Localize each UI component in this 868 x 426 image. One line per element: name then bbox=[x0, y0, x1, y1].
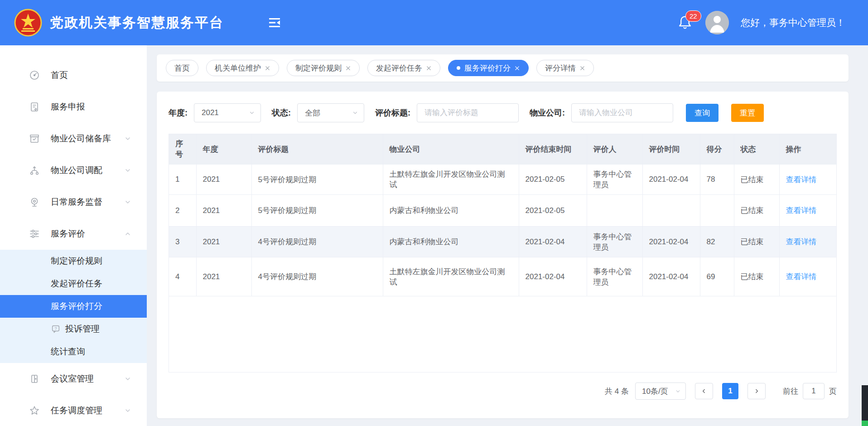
sidebar-item-label: 物业公司储备库 bbox=[51, 133, 124, 145]
meeting-room-icon bbox=[29, 373, 40, 384]
chevron-down-icon bbox=[124, 167, 131, 174]
question-bubble-icon: ? bbox=[51, 324, 61, 334]
sidebar-subitem-launch-task[interactable]: 发起评价任务 bbox=[0, 272, 147, 295]
page-number-current[interactable]: 1 bbox=[722, 383, 738, 399]
cell-year: 2021 bbox=[196, 165, 251, 195]
next-page-button[interactable] bbox=[747, 383, 766, 399]
sidebar-item-label: 日常服务监督 bbox=[51, 196, 124, 208]
close-icon[interactable] bbox=[346, 65, 351, 71]
sidebar-subitem-evaluation-scoring[interactable]: 服务评价打分 bbox=[0, 295, 147, 318]
sidebar: 首页 服务申报 物业公司储备库 物业公司调配 bbox=[0, 45, 147, 426]
chevron-down-icon bbox=[124, 198, 131, 206]
sidebar-item-property-allocation[interactable]: 物业公司调配 bbox=[0, 155, 147, 186]
col-header-evaluator: 评价人 bbox=[587, 134, 642, 165]
cell-company: 内蒙古和利物业公司 bbox=[383, 227, 519, 257]
sliders-icon bbox=[29, 228, 40, 239]
close-icon[interactable] bbox=[515, 65, 520, 71]
tab-service-evaluation-scoring[interactable]: 服务评价打分 bbox=[448, 60, 529, 76]
tab-label: 发起评价任务 bbox=[376, 63, 422, 73]
cell-company: 土默特左旗金川开发区物业公司测试 bbox=[383, 257, 519, 296]
status-select[interactable]: 全部 bbox=[297, 103, 364, 122]
prev-page-button[interactable] bbox=[695, 383, 713, 399]
sidebar-item-home[interactable]: 首页 bbox=[0, 59, 147, 91]
cell-evaluator: 事务中心管理员 bbox=[587, 165, 642, 195]
chevron-down-icon bbox=[124, 407, 131, 414]
view-details-link[interactable]: 查看详情 bbox=[786, 272, 817, 281]
dashboard-icon bbox=[29, 70, 40, 81]
status-select-value: 全部 bbox=[305, 108, 320, 118]
sidebar-subitem-make-rules[interactable]: 制定评价规则 bbox=[0, 250, 147, 272]
close-icon[interactable] bbox=[580, 65, 585, 71]
sidebar-subitem-label: 统计查询 bbox=[51, 346, 85, 358]
table-row: 2 2021 5号评价规则过期 内蒙古和利物业公司 2021-02-05 已结束… bbox=[169, 195, 836, 227]
tab-home[interactable]: 首页 bbox=[166, 60, 198, 76]
menu-fold-icon[interactable] bbox=[267, 16, 283, 29]
main-content: 首页 机关单位维护 制定评价规则 发起评价任务 服务评价打分 bbox=[147, 45, 868, 426]
sidebar-item-service-declaration[interactable]: 服务申报 bbox=[0, 91, 147, 123]
scrollbar-thumb[interactable] bbox=[862, 385, 868, 426]
page-size-select[interactable]: 10条/页 bbox=[635, 382, 686, 400]
sidebar-item-label: 服务申报 bbox=[51, 101, 131, 113]
sidebar-item-service-evaluation[interactable]: 服务评价 bbox=[0, 218, 147, 250]
cell-end-time: 2021-02-04 bbox=[519, 257, 587, 296]
sidebar-item-label: 任务调度管理 bbox=[51, 405, 124, 416]
year-select[interactable]: 2021 bbox=[194, 103, 261, 122]
sidebar-subitem-complaint-management[interactable]: ? 投诉管理 bbox=[0, 318, 147, 340]
cell-evaluator: 事务中心管理员 bbox=[587, 227, 642, 257]
close-icon[interactable] bbox=[426, 65, 432, 71]
year-select-value: 2021 bbox=[202, 108, 219, 117]
sidebar-subitem-label: 投诉管理 bbox=[65, 323, 100, 335]
national-emblem-icon bbox=[14, 8, 43, 37]
col-header-title: 评价标题 bbox=[251, 134, 383, 165]
table-row: 1 2021 5号评价规则过期 土默特左旗金川开发区物业公司测试 2021-02… bbox=[169, 165, 836, 195]
sidebar-item-label: 服务评价 bbox=[51, 228, 124, 240]
cell-no: 1 bbox=[169, 165, 196, 195]
tab-label: 评分详情 bbox=[545, 63, 576, 73]
cell-evaluator: 事务中心管理员 bbox=[587, 257, 642, 296]
evaluation-table: 序号 年度 评价标题 物业公司 评价结束时间 评价人 评价时间 得分 状态 操作 bbox=[169, 134, 837, 373]
app-header: 党政机关事务智慧服务平台 22 您好，事务中心管理员！ bbox=[0, 0, 868, 45]
goto-page-input[interactable] bbox=[803, 383, 825, 399]
avatar[interactable] bbox=[705, 11, 729, 34]
cell-score: 78 bbox=[700, 165, 734, 195]
cell-end-time: 2021-02-04 bbox=[519, 227, 587, 257]
cell-company: 内蒙古和利物业公司 bbox=[383, 195, 519, 227]
view-details-link[interactable]: 查看详情 bbox=[786, 206, 817, 215]
user-greeting: 您好，事务中心管理员！ bbox=[741, 16, 845, 29]
cell-title: 5号评价规则过期 bbox=[251, 165, 383, 195]
evaluation-title-input[interactable] bbox=[417, 103, 519, 122]
notification-badge: 22 bbox=[685, 10, 701, 22]
monitor-icon bbox=[29, 197, 40, 208]
chevron-down-icon bbox=[124, 375, 131, 382]
sidebar-item-task-scheduling[interactable]: 任务调度管理 bbox=[0, 395, 147, 426]
cell-no: 4 bbox=[169, 257, 196, 296]
cell-status: 已结束 bbox=[734, 165, 779, 195]
view-details-link[interactable]: 查看详情 bbox=[786, 175, 817, 184]
tab-label: 首页 bbox=[174, 63, 190, 73]
chevron-down-icon bbox=[352, 110, 358, 116]
sidebar-subitem-statistics-query[interactable]: 统计查询 bbox=[0, 340, 147, 363]
close-icon[interactable] bbox=[265, 65, 270, 71]
sidebar-item-daily-supervision[interactable]: 日常服务监督 bbox=[0, 186, 147, 218]
sidebar-item-property-reserve[interactable]: 物业公司储备库 bbox=[0, 123, 147, 155]
search-button[interactable]: 查询 bbox=[686, 104, 719, 122]
tab-launch-evaluation-task[interactable]: 发起评价任务 bbox=[367, 60, 440, 76]
sidebar-item-meeting-room[interactable]: 会议室管理 bbox=[0, 363, 147, 395]
view-details-link[interactable]: 查看详情 bbox=[786, 237, 817, 246]
tab-make-evaluation-rules[interactable]: 制定评价规则 bbox=[287, 60, 360, 76]
property-company-input[interactable] bbox=[571, 103, 673, 122]
tab-label: 机关单位维护 bbox=[215, 63, 261, 73]
reset-button[interactable]: 重置 bbox=[731, 104, 764, 122]
cell-eval-time: 2021-02-04 bbox=[642, 257, 700, 296]
cell-evaluator bbox=[587, 195, 642, 227]
notification-bell[interactable]: 22 bbox=[678, 14, 694, 31]
col-header-year: 年度 bbox=[196, 134, 251, 165]
tab-score-details[interactable]: 评分详情 bbox=[536, 60, 594, 76]
document-icon bbox=[29, 102, 40, 112]
scrollbar-indicator bbox=[862, 421, 868, 426]
tab-organ-unit-maintenance[interactable]: 机关单位维护 bbox=[206, 60, 279, 76]
cell-end-time: 2021-02-05 bbox=[519, 165, 587, 195]
cell-year: 2021 bbox=[196, 195, 251, 227]
property-company-label: 物业公司: bbox=[530, 107, 565, 118]
cell-year: 2021 bbox=[196, 227, 251, 257]
